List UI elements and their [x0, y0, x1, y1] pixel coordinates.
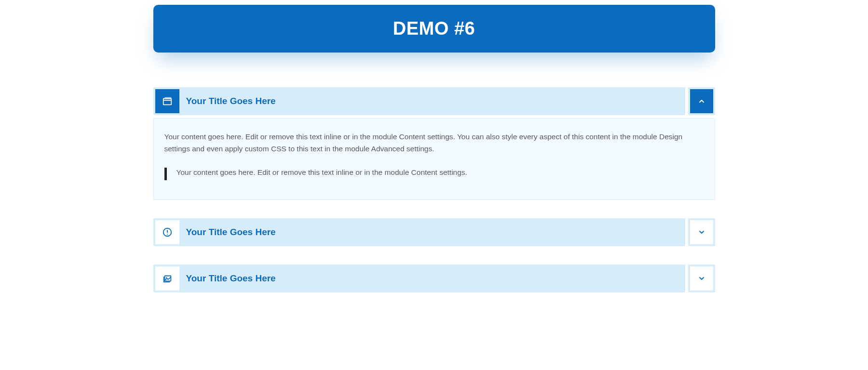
accordion-body: Your content goes here. Edit or remove t…	[153, 118, 715, 200]
svg-rect-0	[163, 99, 171, 105]
chevron-down-icon	[690, 266, 713, 291]
chevron-up-icon	[690, 89, 713, 113]
accordion-header: Your Title Goes Here	[153, 87, 715, 115]
quote-bar	[164, 168, 167, 180]
chevron-down-icon	[690, 220, 713, 244]
quote-text: Your content goes here. Edit or remove t…	[176, 167, 467, 179]
accordion-toggle[interactable]: Your Title Goes Here	[153, 264, 685, 292]
accordion-header: Your Title Goes Here	[153, 218, 715, 246]
accordion-content-text: Your content goes here. Edit or remove t…	[164, 131, 704, 155]
demo-title: DEMO #6	[393, 18, 475, 39]
demo-header: DEMO #6	[153, 5, 715, 53]
svg-rect-2	[164, 97, 171, 99]
accordion-item: Your Title Goes Here Your content goes h…	[153, 87, 715, 200]
svg-point-7	[166, 277, 167, 278]
quote-block: Your content goes here. Edit or remove t…	[164, 167, 704, 180]
accordion-header: Your Title Goes Here	[153, 264, 715, 292]
accordion-chevron-button[interactable]	[688, 264, 715, 292]
accordion-toggle[interactable]: Your Title Goes Here	[153, 218, 685, 246]
accordion-chevron-button[interactable]	[688, 87, 715, 115]
accordion-item: Your Title Goes Here	[153, 264, 715, 292]
accordion-title: Your Title Goes Here	[179, 273, 276, 284]
window-icon	[155, 89, 179, 113]
alert-circle-icon	[155, 220, 179, 244]
accordion-toggle[interactable]: Your Title Goes Here	[153, 87, 685, 115]
svg-point-5	[167, 234, 168, 235]
accordion-item: Your Title Goes Here	[153, 218, 715, 246]
images-icon	[155, 266, 179, 291]
accordion-title: Your Title Goes Here	[179, 227, 276, 238]
accordion-chevron-button[interactable]	[688, 218, 715, 246]
accordion-title: Your Title Goes Here	[179, 96, 276, 106]
